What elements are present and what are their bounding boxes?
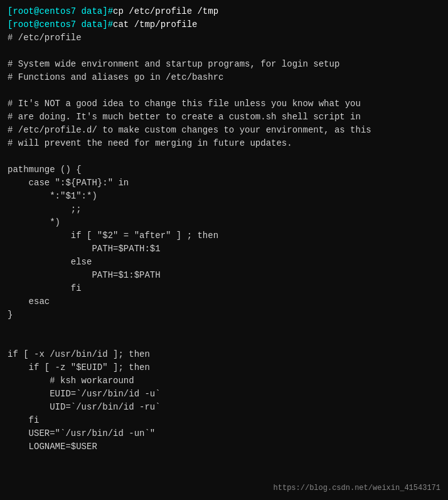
terminal-line: esac (8, 295, 440, 308)
terminal-line (8, 45, 440, 58)
terminal-line: PATH=$1:$PATH (8, 269, 440, 282)
terminal-line: USER="`/usr/bin/id -un`" (8, 427, 440, 440)
terminal-line: if [ -z "$EUID" ]; then (8, 361, 440, 374)
terminal-line: else (8, 256, 440, 269)
terminal-line: # are doing. It's much better to create … (8, 111, 440, 124)
terminal-line: LOGNAME=$USER (8, 440, 440, 454)
terminal-line: # will prevent the need for merging in f… (8, 137, 440, 150)
terminal-line: case ":${PATH}:" in (8, 177, 440, 190)
terminal-line: # /etc/profile.d/ to make custom changes… (8, 124, 440, 137)
terminal-line: # /etc/profile (8, 31, 440, 45)
terminal-line: fi (8, 282, 440, 295)
command-text: cat /tmp/profile (113, 19, 197, 30)
terminal-line: *:"$1":*) (8, 190, 440, 203)
prompt: [root@centos7 data]# (8, 6, 113, 16)
terminal-line: *) (8, 216, 440, 229)
terminal-line: [root@centos7 data]#cat /tmp/profile (8, 18, 440, 31)
terminal: [root@centos7 data]#cp /etc/profile /tmp… (8, 5, 440, 454)
terminal-line (8, 150, 440, 163)
terminal-line (8, 322, 440, 335)
terminal-line: } (8, 308, 440, 322)
terminal-line (8, 335, 440, 348)
terminal-line: ;; (8, 203, 440, 216)
terminal-line: [root@centos7 data]#cp /etc/profile /tmp (8, 5, 440, 18)
terminal-line: # It's NOT a good idea to change this fi… (8, 97, 440, 111)
terminal-line: pathmunge () { (8, 163, 440, 177)
terminal-line: # ksh workaround (8, 374, 440, 388)
terminal-line: PATH=$PATH:$1 (8, 242, 440, 256)
terminal-line: EUID=`/usr/bin/id -u` (8, 388, 440, 401)
terminal-line: # Functions and aliases go in /etc/bashr… (8, 71, 440, 84)
terminal-line: if [ -x /usr/bin/id ]; then (8, 348, 440, 361)
terminal-line: # System wide environment and startup pr… (8, 58, 440, 71)
terminal-line: UID=`/usr/bin/id -ru` (8, 401, 440, 414)
command-text: cp /etc/profile /tmp (113, 6, 218, 16)
watermark: https://blog.csdn.net/weixin_41543171 (274, 482, 440, 494)
terminal-line: fi (8, 414, 440, 427)
terminal-line (8, 84, 440, 97)
terminal-line: if [ "$2" = "after" ] ; then (8, 229, 440, 242)
prompt: [root@centos7 data]# (8, 19, 113, 30)
